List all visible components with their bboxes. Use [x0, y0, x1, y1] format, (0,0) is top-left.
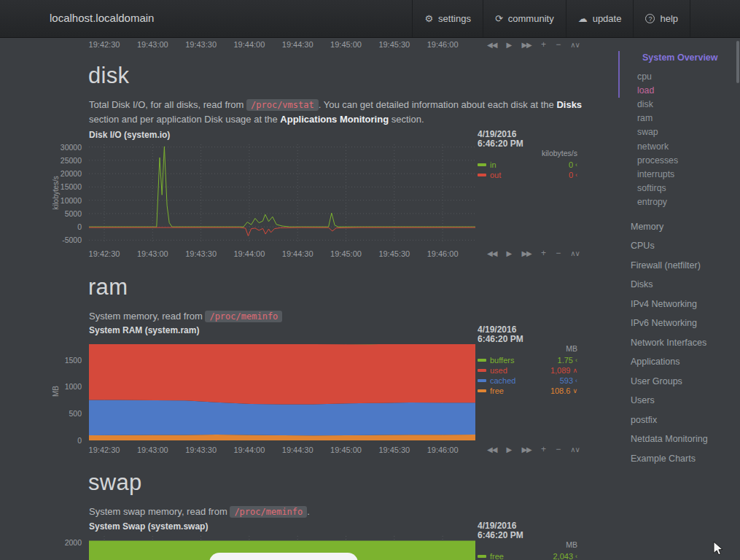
y-tick-label: 5000: [65, 209, 82, 218]
plot-disk-io[interactable]: [89, 144, 475, 243]
sidebar-item-system-overview[interactable]: System Overview: [616, 51, 739, 66]
pan-forward-icon[interactable]: ▶▶: [521, 41, 531, 49]
zoom-in-icon[interactable]: +: [541, 39, 546, 50]
time-tick: 19:43:00: [137, 249, 168, 258]
resize-icon[interactable]: ∧∨: [570, 249, 580, 257]
sidebar-item-softirqs[interactable]: softirqs: [616, 182, 739, 195]
time-tick: 19:46:00: [427, 249, 459, 258]
menu-item-community[interactable]: ⟳community: [483, 0, 566, 37]
zoom-in-icon[interactable]: +: [541, 444, 546, 454]
time-tick: 19:44:30: [282, 40, 313, 49]
sidebar-item-postfix[interactable]: postfix: [616, 413, 739, 428]
sidebar-item-network[interactable]: network: [616, 140, 739, 154]
menu-item-help[interactable]: ?help: [633, 0, 690, 37]
sidebar-item-netdata-monitoring[interactable]: Netdata Monitoring: [616, 432, 739, 447]
sidebar-item-swap[interactable]: swap: [616, 125, 739, 139]
cached-series-swatch: [478, 379, 486, 382]
sidebar-item-ipv6-networking[interactable]: IPv6 Networking: [616, 316, 739, 331]
sidebar-item-load[interactable]: load: [616, 84, 739, 98]
legend-row-free[interactable]: free2,043‹: [478, 551, 577, 560]
community-icon: ⟳: [495, 13, 503, 24]
sidebar-item-interrupts[interactable]: interrupts: [616, 168, 739, 182]
sidebar-item-user-groups[interactable]: User Groups: [616, 375, 739, 389]
sidebar-item-network-interfaces[interactable]: Network Interfaces: [616, 336, 739, 351]
sidebar-item-applications[interactable]: Applications: [616, 355, 739, 370]
chart-time: 6:46:20 PM: [478, 139, 523, 149]
zoom-out-icon[interactable]: −: [556, 444, 561, 454]
desc-text: .: [307, 506, 310, 517]
sidebar-item-memory[interactable]: Memory: [616, 220, 739, 235]
y-axis-labels: 300002500020000150001000050000-5000: [41, 130, 85, 265]
y-tick-label: 2000: [65, 538, 82, 547]
pan-forward-icon[interactable]: ▶▶: [521, 249, 531, 257]
zoom-out-icon[interactable]: −: [556, 248, 561, 258]
top-menu: ⚙settings⟳community☁update?help: [412, 0, 690, 37]
legend-row-used[interactable]: used1,089∧: [478, 365, 577, 376]
chart-timestamp: 4/19/2016 6:46:20 PM: [478, 325, 523, 344]
footer-badge[interactable]: [209, 553, 358, 560]
previous-chart-time-axis: 19:42:3019:43:0019:43:3019:44:0019:44:30…: [89, 40, 475, 50]
y-axis-labels: 150010005000: [41, 325, 85, 460]
y-tick-label: 0: [77, 436, 82, 445]
play-icon[interactable]: ▶: [507, 249, 513, 257]
time-tick: 19:45:00: [330, 40, 362, 49]
menu-label: update: [593, 13, 622, 24]
pan-backward-icon[interactable]: ◀◀: [487, 249, 496, 257]
resize-icon[interactable]: ∧∨: [570, 41, 580, 49]
time-tick: 19:45:30: [378, 249, 410, 258]
zoom-in-icon[interactable]: +: [541, 248, 546, 258]
sidebar-item-disk[interactable]: disk: [616, 98, 739, 112]
legend-row-in[interactable]: in0‹: [478, 160, 577, 170]
legend-value: 0: [569, 160, 573, 169]
menu-label: settings: [438, 13, 471, 24]
sidebar-item-cpu[interactable]: cpu: [616, 70, 739, 84]
legend-trend-icon: ‹: [575, 377, 577, 384]
legend-name: buffers: [490, 356, 514, 365]
sidebar-item-cpus[interactable]: CPUs: [616, 239, 739, 254]
legend-row-out[interactable]: out0‹: [478, 170, 577, 180]
chart-toolbox: ◀◀▶▶▶+−∧∨: [487, 444, 580, 454]
active-section-indicator: [618, 51, 620, 98]
scrollbar-thumb[interactable]: [736, 41, 739, 83]
sidebar-item-entropy[interactable]: entropy: [616, 195, 739, 209]
desc-bold: Disks: [556, 99, 582, 110]
legend-row-free[interactable]: free108.6∨: [478, 386, 577, 396]
sidebar-item-processes[interactable]: processes: [616, 154, 739, 168]
legend-value: 0: [569, 171, 573, 179]
sidebar-item-users[interactable]: Users: [616, 394, 739, 408]
sidebar-item-firewall-netfilter[interactable]: Firewall (netfilter): [616, 259, 739, 273]
time-tick: 19:46:00: [427, 40, 459, 49]
y-tick-label: 20000: [61, 169, 82, 178]
legend-value: 1,089: [550, 366, 571, 375]
menu-item-update[interactable]: ☁update: [566, 0, 634, 37]
pan-backward-icon[interactable]: ◀◀: [487, 446, 496, 454]
sidebar-item-example-charts[interactable]: Example Charts: [616, 452, 739, 467]
free-series-swatch: [478, 389, 486, 392]
buffers-series-swatch: [478, 359, 486, 362]
sidebar-item-disks[interactable]: Disks: [616, 278, 739, 292]
pan-forward-icon[interactable]: ▶▶: [521, 446, 531, 454]
desc-text: System swap memory, read from: [89, 506, 230, 517]
pan-backward-icon[interactable]: ◀◀: [487, 41, 496, 49]
menu-label: help: [660, 13, 678, 24]
play-icon[interactable]: ▶: [507, 446, 513, 454]
x-axis-labels: 19:42:3019:43:0019:43:3019:44:0019:44:30…: [89, 249, 475, 260]
zoom-out-icon[interactable]: −: [556, 39, 561, 50]
play-icon[interactable]: ▶: [507, 41, 513, 49]
legend-row-cached[interactable]: cached593‹: [478, 376, 577, 386]
plot-system-ram[interactable]: [89, 344, 475, 440]
time-tick: 19:45:00: [330, 446, 362, 454]
sidebar-item-ipv4-networking[interactable]: IPv4 Networking: [616, 298, 739, 312]
time-tick: 19:43:30: [185, 249, 217, 258]
chart-disk-io: Disk I/O (system.io) 4/19/2016 6:46:20 P…: [0, 130, 616, 265]
legend-name: out: [490, 171, 501, 179]
legend-trend-icon: ∧: [572, 367, 577, 374]
cloud-update-icon: ☁: [578, 13, 588, 24]
hostname-link[interactable]: localhost.localdomain: [50, 12, 154, 24]
legend-trend-icon: ‹: [575, 171, 577, 179]
menu-item-settings[interactable]: ⚙settings: [412, 0, 482, 37]
resize-icon[interactable]: ∧∨: [570, 446, 580, 454]
legend-row-buffers[interactable]: buffers1.75‹: [478, 355, 577, 365]
time-tick: 19:44:00: [233, 40, 265, 49]
sidebar-item-ram[interactable]: ram: [616, 112, 739, 125]
